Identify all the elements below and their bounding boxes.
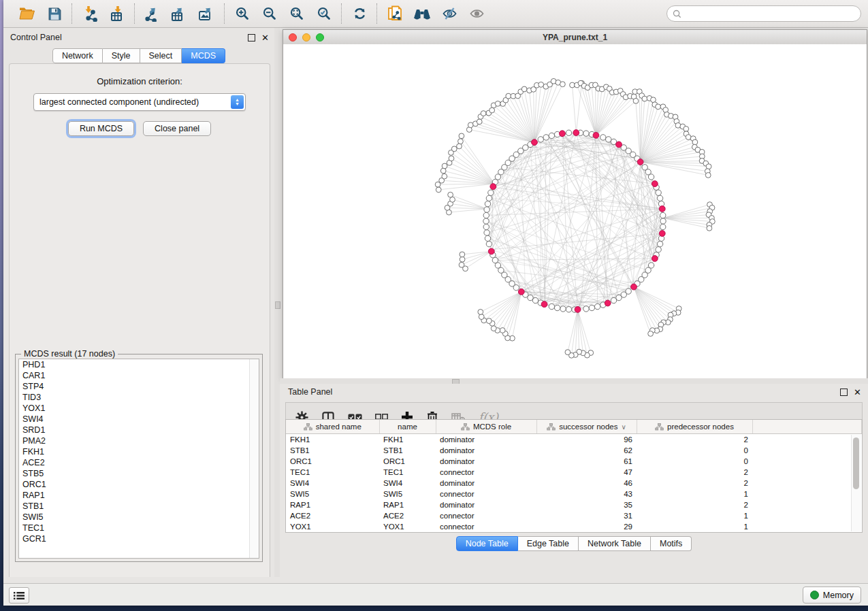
mcds-node-item[interactable]: FKH1 [19, 446, 259, 457]
table-scrollbar[interactable] [851, 435, 861, 531]
mcds-node-item[interactable]: RAP1 [19, 490, 259, 501]
column-header-shared-name[interactable]: shared name [286, 420, 379, 434]
mcds-node-item[interactable]: TID3 [19, 392, 259, 403]
table-row[interactable]: SWI4SWI4dominator462 [286, 478, 862, 489]
dropdown-stepper-icon: ▲▼ [231, 95, 244, 109]
tab-network-table[interactable]: Network Table [579, 536, 651, 551]
mcds-result-group: MCDS result (17 nodes) PHD1CAR1STP4TID3Y… [15, 354, 263, 562]
export-table-icon[interactable] [171, 5, 189, 22]
cytoscape-window: Control Panel ✕ NetworkStyleSelectMCDS O… [3, 0, 868, 606]
mcds-node-item[interactable]: TEC1 [19, 523, 259, 533]
vertical-split-divider[interactable] [274, 28, 280, 577]
search-box[interactable] [666, 5, 861, 22]
zoom-selected-icon[interactable] [315, 5, 333, 22]
memory-label: Memory [823, 591, 854, 600]
column-header-name[interactable]: name [379, 420, 436, 434]
optimization-criterion-dropdown[interactable]: largest connected component (undirected)… [33, 93, 246, 111]
tab-edge-table[interactable]: Edge Table [518, 536, 579, 551]
hierarchy-icon [655, 423, 664, 431]
export-image-icon[interactable] [198, 5, 216, 22]
table-row[interactable]: TEC1TEC1connector472 [286, 467, 862, 478]
main-toolbar [3, 0, 868, 28]
table-row[interactable]: RAP1RAP1dominator352 [286, 499, 862, 510]
table-row[interactable]: PHD1PHD1dominator180 [286, 532, 862, 533]
hierarchy-icon [461, 423, 470, 431]
table-panel: Table Panel ✕ f(x) shared namenameMCDS r… [280, 384, 868, 577]
table-tabs: Node TableEdge TableNetwork TableMotifs [456, 536, 692, 551]
column-header-empty [752, 420, 862, 434]
mcds-node-item[interactable]: CAR1 [19, 370, 259, 381]
table-row[interactable]: YOX1YOX1connector291 [286, 521, 862, 532]
float-table-panel-icon[interactable] [840, 389, 848, 396]
tab-network[interactable]: Network [52, 48, 103, 63]
mcds-node-item[interactable]: SWI4 [19, 414, 259, 425]
column-header-successor-nodes[interactable]: successor nodes∨ [536, 420, 637, 434]
network-view-window: YPA_prune.txt_1 [283, 29, 867, 380]
mcds-node-item[interactable]: STB1 [19, 501, 259, 512]
run-mcds-button[interactable]: Run MCDS [68, 121, 134, 136]
tab-style[interactable]: Style [103, 48, 140, 63]
search-icon [673, 10, 681, 18]
search-input[interactable] [681, 8, 855, 19]
zoom-fit-icon[interactable] [288, 5, 306, 22]
table-row[interactable]: ORC1ORC1dominator610 [286, 456, 862, 467]
show-selected-icon[interactable] [468, 5, 485, 22]
import-table-icon[interactable] [108, 5, 126, 22]
import-network-icon[interactable] [81, 5, 99, 22]
save-session-icon[interactable] [46, 5, 63, 22]
hide-selected-icon[interactable] [440, 5, 458, 22]
column-header-predecessor-nodes[interactable]: predecessor nodes [637, 420, 752, 434]
network-window-titlebar[interactable]: YPA_prune.txt_1 [283, 30, 867, 45]
zoom-out-icon[interactable] [261, 5, 278, 22]
close-table-panel-icon[interactable]: ✕ [854, 388, 861, 397]
table-panel-title: Table Panel [288, 387, 332, 397]
float-panel-icon[interactable] [248, 34, 255, 42]
mcds-node-item[interactable]: ORC1 [19, 479, 259, 490]
sort-desc-icon: ∨ [621, 423, 626, 431]
mcds-node-item[interactable]: SRD1 [19, 425, 259, 435]
tab-select[interactable]: Select [140, 48, 182, 63]
hierarchy-icon [304, 423, 312, 431]
hierarchy-icon [547, 423, 556, 431]
memory-button[interactable]: Memory [803, 587, 861, 604]
mcds-node-item[interactable]: PMA2 [19, 435, 259, 446]
mcds-node-item[interactable]: STP4 [19, 381, 259, 392]
control-panel-title: Control Panel [10, 33, 62, 42]
refresh-layout-icon[interactable] [351, 5, 368, 22]
mcds-node-item[interactable]: STB5 [19, 468, 259, 479]
open-file-icon[interactable] [18, 5, 36, 22]
close-panel-button[interactable]: Close panel [143, 121, 211, 136]
tab-mcds[interactable]: MCDS [182, 48, 225, 63]
table-row[interactable]: SWI5SWI5connector431 [286, 489, 862, 499]
control-panel-tabs: NetworkStyleSelectMCDS [3, 48, 274, 63]
mcds-node-item[interactable]: GCR1 [19, 533, 259, 544]
network-window-title: YPA_prune.txt_1 [283, 33, 867, 42]
export-document-icon[interactable] [386, 5, 404, 22]
table-row[interactable]: ACE2ACE2connector311 [286, 510, 862, 521]
mcds-tab-body: Optimization criterion: largest connecte… [9, 63, 270, 577]
zoom-in-icon[interactable] [234, 5, 251, 22]
mcds-result-list[interactable]: PHD1CAR1STP4TID3YOX1SWI4SRD1PMA2FKH1ACE2… [18, 359, 259, 559]
mcds-node-item[interactable]: SWI5 [19, 512, 259, 523]
column-header-MCDS-role[interactable]: MCDS role [436, 420, 536, 434]
divider-grip[interactable] [275, 301, 280, 309]
tab-motifs[interactable]: Motifs [651, 536, 692, 551]
task-history-button[interactable] [9, 587, 29, 604]
tab-node-table[interactable]: Node Table [456, 536, 518, 551]
mcds-node-item[interactable]: YOX1 [19, 403, 259, 414]
horizontal-split-divider[interactable] [280, 378, 868, 384]
dropdown-selected-value: largest connected component (undirected) [34, 97, 231, 107]
network-graph[interactable] [283, 44, 867, 379]
search-binoculars-icon[interactable] [413, 5, 431, 22]
memory-status-icon [810, 591, 819, 599]
mcds-list-scrollbar[interactable] [249, 359, 259, 558]
table-row[interactable]: STB1STB1dominator620 [286, 445, 862, 456]
table-row[interactable]: FKH1FKH1dominator962 [286, 434, 862, 446]
table-scrollbar-thumb[interactable] [853, 437, 859, 489]
optimization-criterion-label: Optimization criterion: [10, 76, 270, 86]
network-canvas[interactable] [283, 44, 867, 379]
mcds-node-item[interactable]: PHD1 [19, 359, 259, 370]
export-network-icon[interactable] [144, 5, 161, 22]
mcds-node-item[interactable]: ACE2 [19, 457, 259, 468]
close-panel-icon[interactable]: ✕ [261, 33, 269, 42]
